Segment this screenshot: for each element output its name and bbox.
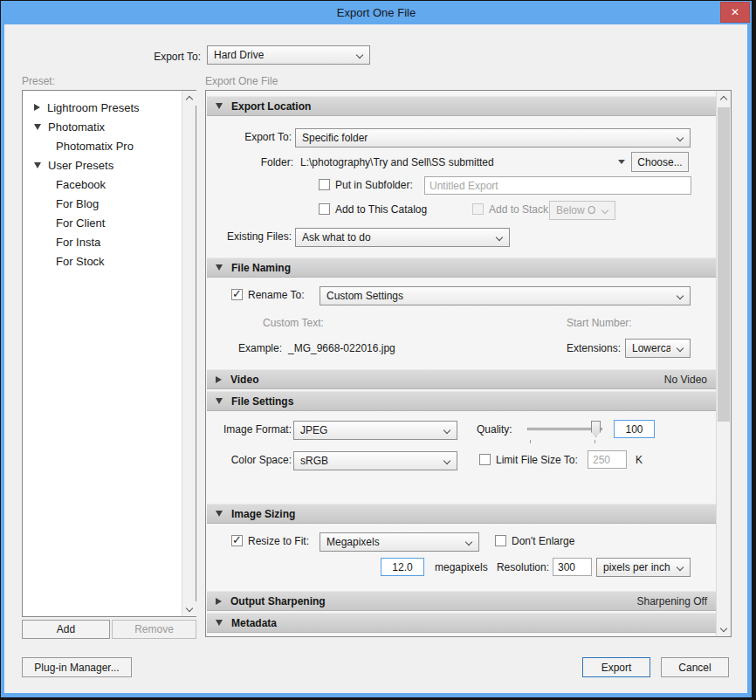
rename-to-checkbox[interactable] [231, 289, 243, 300]
preset-item-label: Photomatix [48, 120, 105, 134]
choose-folder-button[interactable]: Choose... [631, 152, 689, 172]
add-to-catalog-checkbox[interactable] [319, 203, 330, 215]
quality-slider[interactable] [527, 421, 602, 438]
section-title: Video [230, 374, 258, 386]
expanded-arrow-icon [216, 264, 223, 271]
export-to-top-select[interactable]: Hard Drive [207, 45, 370, 65]
preset-item-for-stock[interactable]: For Stock [24, 251, 181, 271]
main-group-label: Export One File [205, 75, 278, 87]
rename-template-select[interactable]: Custom Settings [320, 286, 691, 305]
megapixels-input[interactable] [381, 558, 424, 576]
dont-enlarge-label: Don't Enlarge [512, 535, 574, 547]
cancel-button[interactable]: Cancel [661, 657, 729, 677]
existing-files-select[interactable]: Ask what to do [295, 228, 510, 247]
chevron-down-icon [601, 207, 608, 214]
resize-to-fit-checkbox[interactable] [231, 535, 243, 546]
color-space-select[interactable]: sRGB [293, 451, 457, 470]
scrollbar-thumb[interactable] [718, 107, 730, 422]
rename-template-value: Custom Settings [326, 290, 403, 302]
cancel-button-label: Cancel [678, 662, 711, 674]
color-space-value: sRGB [300, 455, 328, 467]
resolution-input[interactable] [553, 558, 592, 576]
settings-scrollbar[interactable] [716, 91, 731, 636]
chevron-down-icon [677, 292, 684, 299]
preset-item-label: For Blog [56, 197, 99, 210]
quality-slider-thumb[interactable] [591, 421, 601, 437]
dialog-body: Export To: Hard Drive Preset: Export One… [4, 24, 747, 693]
expanded-arrow-icon [216, 511, 223, 517]
add-preset-button[interactable]: Add [22, 620, 110, 639]
put-in-subfolder-checkbox[interactable] [319, 179, 330, 190]
preset-item-label: User Presets [48, 159, 113, 172]
section-header-metadata[interactable]: Metadata [207, 613, 716, 633]
add-to-stack-label: Add to Stack: [489, 203, 551, 216]
preset-item-facebook[interactable]: Facebook [24, 175, 181, 194]
close-button[interactable]: ✕ [720, 2, 750, 23]
expanded-arrow-icon [216, 620, 223, 626]
choose-button-label: Choose... [637, 156, 682, 168]
expanded-arrow-icon[interactable] [34, 162, 41, 168]
limit-file-size-label: Limit File Size To: [496, 454, 578, 466]
section-header-export-location[interactable]: Export Location [207, 96, 716, 116]
example-label: Example: [210, 342, 282, 354]
scroll-down-button[interactable] [717, 621, 731, 636]
preset-item-photomatix[interactable]: Photomatix [24, 117, 181, 136]
collapsed-arrow-icon[interactable] [34, 104, 40, 111]
expanded-arrow-icon [216, 103, 223, 109]
start-number-label: Start Number: [567, 317, 632, 329]
limit-file-size-checkbox[interactable] [479, 454, 491, 465]
remove-preset-button: Remove [112, 620, 196, 639]
plugin-manager-button[interactable]: Plug-in Manager... [22, 657, 132, 677]
quality-value-input[interactable] [614, 420, 655, 438]
section-header-file-naming[interactable]: File Naming [207, 257, 716, 278]
close-icon: ✕ [731, 6, 739, 18]
export-to-select[interactable]: Specific folder [295, 128, 691, 148]
preset-item-for-client[interactable]: For Client [24, 213, 181, 232]
folder-path-value: L:\photography\Try and Sell\SS submitted [300, 156, 494, 168]
extensions-select[interactable]: Lowercase [625, 339, 691, 358]
resize-to-fit-label: Resize to Fit: [248, 535, 309, 547]
image-format-label: Image Format: [210, 423, 292, 436]
preset-item-label: Photomatix Pro [56, 140, 134, 153]
resize-mode-select[interactable]: Megapixels [320, 532, 479, 552]
folder-dropdown-arrow-icon[interactable] [618, 160, 625, 164]
chevron-up-icon [186, 96, 193, 103]
add-to-catalog-label: Add to This Catalog [335, 203, 427, 216]
collapsed-arrow-icon [216, 376, 222, 383]
chevron-down-icon [443, 457, 450, 464]
resize-mode-value: Megapixels [326, 536, 380, 548]
titlebar[interactable]: Export One File ✕ [1, 1, 752, 24]
limit-file-size-unit: K [636, 454, 643, 466]
scroll-up-button[interactable] [182, 91, 196, 106]
preset-item-user-presets[interactable]: User Presets [24, 155, 181, 175]
extensions-value: Lowercase [632, 342, 670, 354]
custom-text-label: Custom Text: [263, 317, 324, 329]
preset-item-photomatix-pro[interactable]: Photomatix Pro [24, 136, 181, 155]
dont-enlarge-checkbox[interactable] [495, 535, 506, 546]
example-filename-value: _MG_9668-022016.jpg [288, 342, 395, 354]
section-header-output-sharpening[interactable]: Output Sharpening Sharpening Off [207, 591, 716, 611]
expanded-arrow-icon[interactable] [34, 124, 41, 130]
subfolder-name-input[interactable] [424, 176, 691, 195]
preset-item-for-insta[interactable]: For Insta [24, 232, 181, 251]
extensions-label: Extensions: [525, 342, 621, 354]
preset-item-label: For Insta [56, 236, 100, 249]
preset-list-scrollbar[interactable] [182, 91, 196, 616]
limit-file-size-input [588, 450, 627, 469]
resolution-unit-select[interactable]: pixels per inch [596, 558, 691, 577]
section-header-file-settings[interactable]: File Settings [207, 391, 716, 411]
section-header-image-sizing[interactable]: Image Sizing [207, 504, 716, 524]
preset-item-lightroom-presets[interactable]: Lightroom Presets [24, 98, 181, 117]
export-button[interactable]: Export [582, 657, 650, 677]
export-settings-panel: Export Location Export To: Specific fold… [205, 90, 732, 637]
section-header-video[interactable]: Video No Video [207, 369, 716, 389]
scroll-down-button[interactable] [182, 601, 196, 616]
existing-files-value: Ask what to do [302, 231, 371, 244]
chevron-down-icon [677, 134, 684, 141]
expanded-arrow-icon [216, 398, 223, 404]
chevron-down-icon [443, 427, 450, 434]
scroll-up-button[interactable] [717, 91, 731, 106]
image-format-select[interactable]: JPEG [293, 421, 457, 440]
preset-item-for-blog[interactable]: For Blog [24, 194, 181, 213]
chevron-down-icon [356, 51, 363, 58]
